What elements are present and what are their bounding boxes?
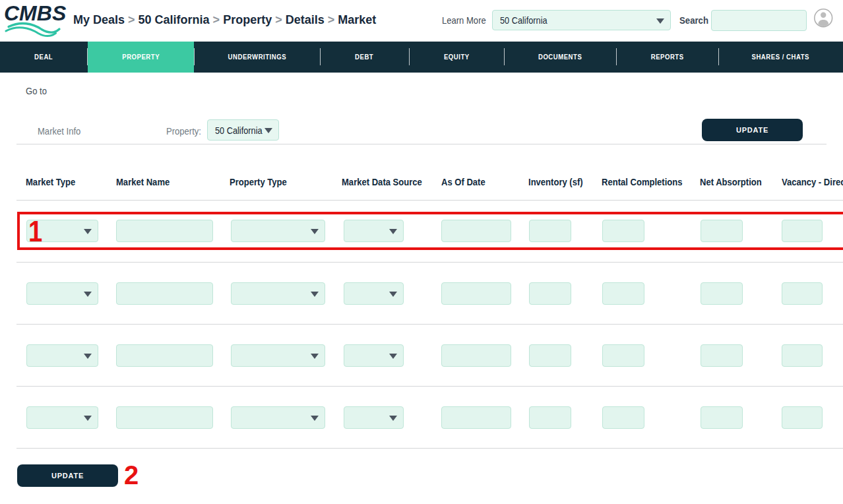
svg-text:CMBS: CMBS	[4, 3, 67, 25]
